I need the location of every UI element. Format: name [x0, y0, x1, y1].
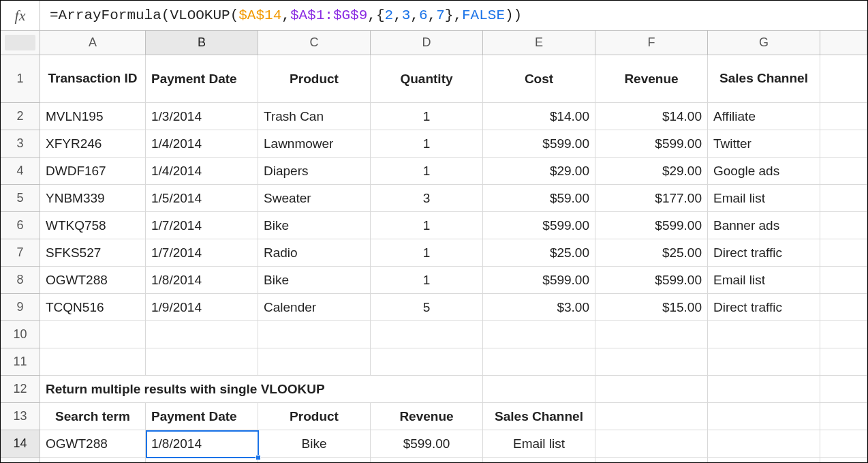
- cell-C11[interactable]: [258, 348, 371, 375]
- cell-A12[interactable]: Return multiple results with single VLOO…: [40, 376, 146, 402]
- cell-D14[interactable]: $599.00: [371, 430, 483, 457]
- cell-E11[interactable]: [483, 348, 595, 375]
- cell-B8[interactable]: 1/8/2014: [146, 267, 258, 293]
- cell-G13[interactable]: [708, 403, 820, 430]
- cell-G4[interactable]: Google ads: [708, 158, 820, 184]
- cell-F9[interactable]: $15.00: [595, 294, 708, 320]
- cell-E14[interactable]: Email list: [483, 430, 595, 457]
- cell-C12[interactable]: [258, 376, 371, 402]
- row-header-13[interactable]: 13: [1, 403, 40, 430]
- row-header-14[interactable]: 14: [1, 430, 40, 458]
- cell-C6[interactable]: Bike: [258, 212, 371, 239]
- cell-F7[interactable]: $25.00: [595, 239, 708, 266]
- cell-B1[interactable]: Payment Date: [146, 55, 258, 102]
- cell-G9[interactable]: Direct traffic: [708, 294, 820, 320]
- cell-F14[interactable]: [595, 430, 708, 457]
- cell-D9[interactable]: 5: [371, 294, 483, 320]
- cell-H14[interactable]: [820, 430, 867, 457]
- cell-H8[interactable]: [820, 267, 867, 293]
- cell-A3[interactable]: XFYR246: [40, 130, 146, 157]
- row-header-10[interactable]: 10: [1, 321, 40, 348]
- cell-E6[interactable]: $599.00: [483, 212, 595, 239]
- cell-H6[interactable]: [820, 212, 867, 239]
- cell-C14[interactable]: Bike: [258, 430, 371, 457]
- cell-G11[interactable]: [708, 348, 820, 375]
- row-header-11[interactable]: 11: [1, 348, 40, 376]
- cell-G10[interactable]: [708, 321, 820, 348]
- cell-F6[interactable]: $599.00: [595, 212, 708, 239]
- cell-H1[interactable]: [820, 55, 867, 102]
- cell-H13[interactable]: [820, 403, 867, 430]
- cell-D7[interactable]: 1: [371, 239, 483, 266]
- cell-D15[interactable]: [371, 458, 483, 462]
- col-header-D[interactable]: D: [371, 31, 483, 55]
- cell-C13[interactable]: Product: [258, 403, 371, 430]
- row-header-1[interactable]: 1: [1, 55, 40, 103]
- cell-B2[interactable]: 1/3/2014: [146, 103, 258, 130]
- cell-C8[interactable]: Bike: [258, 267, 371, 293]
- col-header-G[interactable]: G: [708, 31, 820, 55]
- cell-C4[interactable]: Diapers: [258, 158, 371, 184]
- cell-H15[interactable]: [820, 458, 867, 462]
- cell-G3[interactable]: Twitter: [708, 130, 820, 157]
- row-header-5[interactable]: 5: [1, 185, 40, 212]
- cell-D11[interactable]: [371, 348, 483, 375]
- cell-B3[interactable]: 1/4/2014: [146, 130, 258, 157]
- cell-C15[interactable]: [258, 458, 371, 462]
- cell-E3[interactable]: $599.00: [483, 130, 595, 157]
- cell-H4[interactable]: [820, 158, 867, 184]
- cell-F5[interactable]: $177.00: [595, 185, 708, 211]
- cell-C10[interactable]: [258, 321, 371, 348]
- cell-B5[interactable]: 1/5/2014: [146, 185, 258, 211]
- cell-D4[interactable]: 1: [371, 158, 483, 184]
- cell-F3[interactable]: $599.00: [595, 130, 708, 157]
- cell-B6[interactable]: 1/7/2014: [146, 212, 258, 239]
- cell-B4[interactable]: 1/4/2014: [146, 158, 258, 184]
- cell-E1[interactable]: Cost: [483, 55, 595, 102]
- cell-D6[interactable]: 1: [371, 212, 483, 239]
- cell-D13[interactable]: Revenue: [371, 403, 483, 430]
- cell-E13[interactable]: Sales Channel: [483, 403, 595, 430]
- row-header-9[interactable]: 9: [1, 294, 40, 321]
- col-header-C[interactable]: C: [258, 31, 371, 55]
- cell-A7[interactable]: SFKS527: [40, 239, 146, 266]
- cell-B9[interactable]: 1/9/2014: [146, 294, 258, 320]
- cell-D1[interactable]: Quantity: [371, 55, 483, 102]
- row-header-7[interactable]: 7: [1, 239, 40, 267]
- fx-icon[interactable]: fx: [1, 1, 40, 30]
- col-header-F[interactable]: F: [595, 31, 708, 55]
- cell-C1[interactable]: Product: [258, 55, 371, 102]
- cell-H3[interactable]: [820, 130, 867, 157]
- cell-E5[interactable]: $59.00: [483, 185, 595, 211]
- cell-C9[interactable]: Calender: [258, 294, 371, 320]
- cell-B12[interactable]: [146, 376, 258, 402]
- cell-A11[interactable]: [40, 348, 146, 375]
- cell-A15[interactable]: [40, 458, 146, 462]
- col-header-A[interactable]: A: [40, 31, 146, 55]
- cell-H5[interactable]: [820, 185, 867, 211]
- cell-D8[interactable]: 1: [371, 267, 483, 293]
- row-header-15[interactable]: 15: [1, 458, 40, 463]
- cell-B14[interactable]: 1/8/2014: [146, 430, 258, 457]
- row-header-3[interactable]: 3: [1, 130, 40, 158]
- cell-A6[interactable]: WTKQ758: [40, 212, 146, 239]
- col-header-extra[interactable]: [820, 31, 867, 55]
- cell-C5[interactable]: Sweater: [258, 185, 371, 211]
- cell-G6[interactable]: Banner ads: [708, 212, 820, 239]
- cell-D3[interactable]: 1: [371, 130, 483, 157]
- cell-D12[interactable]: [371, 376, 483, 402]
- cell-C3[interactable]: Lawnmower: [258, 130, 371, 157]
- cell-G14[interactable]: [708, 430, 820, 457]
- cell-C2[interactable]: Trash Can: [258, 103, 371, 130]
- cell-A13[interactable]: Search term: [40, 403, 146, 430]
- row-header-12[interactable]: 12: [1, 376, 40, 403]
- cell-E15[interactable]: [483, 458, 595, 462]
- cell-F4[interactable]: $29.00: [595, 158, 708, 184]
- cell-G7[interactable]: Direct traffic: [708, 239, 820, 266]
- cell-C7[interactable]: Radio: [258, 239, 371, 266]
- cell-F15[interactable]: [595, 458, 708, 462]
- select-all-cell[interactable]: [1, 31, 40, 55]
- cell-G1[interactable]: Sales Channel: [708, 55, 820, 102]
- row-header-4[interactable]: 4: [1, 158, 40, 185]
- cell-G15[interactable]: [708, 458, 820, 462]
